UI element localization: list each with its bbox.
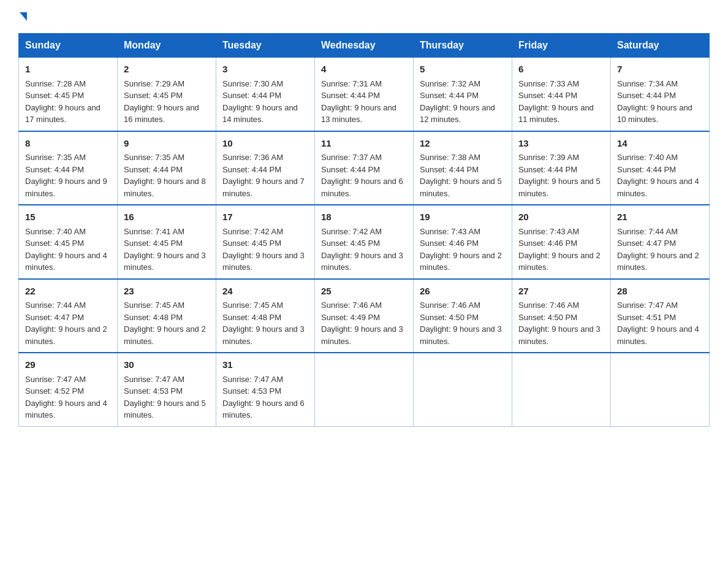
- day-number: 4: [321, 63, 407, 77]
- calendar-cell: 8Sunrise: 7:35 AMSunset: 4:44 PMDaylight…: [19, 131, 118, 205]
- calendar-week-1: 1Sunrise: 7:28 AMSunset: 4:45 PMDaylight…: [19, 58, 710, 131]
- calendar-cell: 29Sunrise: 7:47 AMSunset: 4:52 PMDayligh…: [19, 353, 118, 426]
- col-saturday: Saturday: [611, 34, 710, 58]
- calendar-cell: [512, 353, 611, 426]
- day-number: 10: [222, 137, 308, 151]
- day-number: 12: [420, 137, 506, 151]
- calendar-cell: 16Sunrise: 7:41 AMSunset: 4:45 PMDayligh…: [118, 205, 216, 279]
- calendar-cell: 28Sunrise: 7:47 AMSunset: 4:51 PMDayligh…: [611, 279, 710, 353]
- calendar-header: Sunday Monday Tuesday Wednesday Thursday…: [19, 34, 710, 58]
- calendar-body: 1Sunrise: 7:28 AMSunset: 4:45 PMDaylight…: [19, 58, 710, 427]
- day-number: 25: [321, 285, 407, 299]
- calendar-cell: 6Sunrise: 7:33 AMSunset: 4:44 PMDaylight…: [512, 58, 611, 131]
- day-number: 14: [617, 137, 703, 151]
- day-number: 28: [617, 285, 703, 299]
- day-number: 23: [124, 285, 210, 299]
- col-wednesday: Wednesday: [315, 34, 414, 58]
- calendar-cell: 19Sunrise: 7:43 AMSunset: 4:46 PMDayligh…: [414, 205, 512, 279]
- calendar-cell: 21Sunrise: 7:44 AMSunset: 4:47 PMDayligh…: [611, 205, 710, 279]
- day-number: 8: [25, 137, 111, 151]
- day-number: 5: [420, 63, 506, 77]
- logo-arrow-icon: [20, 12, 27, 21]
- col-thursday: Thursday: [414, 34, 512, 58]
- calendar-cell: 5Sunrise: 7:32 AMSunset: 4:44 PMDaylight…: [414, 58, 512, 131]
- day-number: 9: [124, 137, 210, 151]
- calendar-cell: 7Sunrise: 7:34 AMSunset: 4:44 PMDaylight…: [611, 58, 710, 131]
- day-number: 17: [222, 210, 308, 224]
- calendar-cell: [414, 353, 512, 426]
- day-number: 16: [124, 210, 210, 224]
- day-number: 19: [420, 210, 506, 224]
- calendar-cell: 4Sunrise: 7:31 AMSunset: 4:44 PMDaylight…: [315, 58, 414, 131]
- day-number: 11: [321, 137, 407, 151]
- day-number: 2: [124, 63, 210, 77]
- day-number: 6: [518, 63, 604, 77]
- logo: [18, 12, 27, 21]
- calendar-cell: 10Sunrise: 7:36 AMSunset: 4:44 PMDayligh…: [216, 131, 315, 205]
- calendar-cell: 3Sunrise: 7:30 AMSunset: 4:44 PMDaylight…: [216, 58, 315, 131]
- calendar-cell: [315, 353, 414, 426]
- calendar-cell: 1Sunrise: 7:28 AMSunset: 4:45 PMDaylight…: [19, 58, 118, 131]
- calendar-cell: 13Sunrise: 7:39 AMSunset: 4:44 PMDayligh…: [512, 131, 611, 205]
- day-number: 31: [222, 358, 308, 372]
- day-number: 1: [25, 63, 111, 77]
- day-number: 3: [222, 63, 308, 77]
- calendar-cell: 9Sunrise: 7:35 AMSunset: 4:44 PMDaylight…: [118, 131, 216, 205]
- calendar-cell: 15Sunrise: 7:40 AMSunset: 4:45 PMDayligh…: [19, 205, 118, 279]
- calendar-week-3: 15Sunrise: 7:40 AMSunset: 4:45 PMDayligh…: [19, 205, 710, 279]
- col-tuesday: Tuesday: [216, 34, 315, 58]
- calendar-cell: 31Sunrise: 7:47 AMSunset: 4:53 PMDayligh…: [216, 353, 315, 426]
- calendar-cell: 22Sunrise: 7:44 AMSunset: 4:47 PMDayligh…: [19, 279, 118, 353]
- day-number: 21: [617, 210, 703, 224]
- day-number: 24: [222, 285, 308, 299]
- calendar-cell: 26Sunrise: 7:46 AMSunset: 4:50 PMDayligh…: [414, 279, 512, 353]
- day-number: 20: [518, 210, 604, 224]
- day-number: 7: [617, 63, 703, 77]
- calendar-cell: 20Sunrise: 7:43 AMSunset: 4:46 PMDayligh…: [512, 205, 611, 279]
- page-header: [18, 12, 710, 21]
- calendar-cell: 11Sunrise: 7:37 AMSunset: 4:44 PMDayligh…: [315, 131, 414, 205]
- calendar-cell: 27Sunrise: 7:46 AMSunset: 4:50 PMDayligh…: [512, 279, 611, 353]
- calendar-cell: 2Sunrise: 7:29 AMSunset: 4:45 PMDaylight…: [118, 58, 216, 131]
- day-number: 30: [124, 358, 210, 372]
- calendar-table: Sunday Monday Tuesday Wednesday Thursday…: [18, 33, 710, 427]
- calendar-cell: 23Sunrise: 7:45 AMSunset: 4:48 PMDayligh…: [118, 279, 216, 353]
- calendar-cell: 14Sunrise: 7:40 AMSunset: 4:44 PMDayligh…: [611, 131, 710, 205]
- calendar-cell: 25Sunrise: 7:46 AMSunset: 4:49 PMDayligh…: [315, 279, 414, 353]
- col-friday: Friday: [512, 34, 611, 58]
- day-number: 27: [518, 285, 604, 299]
- header-row: Sunday Monday Tuesday Wednesday Thursday…: [19, 34, 710, 58]
- calendar-cell: 18Sunrise: 7:42 AMSunset: 4:45 PMDayligh…: [315, 205, 414, 279]
- logo-line1: [18, 12, 27, 21]
- day-number: 29: [25, 358, 111, 372]
- col-monday: Monday: [118, 34, 216, 58]
- calendar-cell: [611, 353, 710, 426]
- day-number: 18: [321, 210, 407, 224]
- calendar-cell: 30Sunrise: 7:47 AMSunset: 4:53 PMDayligh…: [118, 353, 216, 426]
- calendar-cell: 24Sunrise: 7:45 AMSunset: 4:48 PMDayligh…: [216, 279, 315, 353]
- day-number: 15: [25, 210, 111, 224]
- day-number: 26: [420, 285, 506, 299]
- calendar-week-5: 29Sunrise: 7:47 AMSunset: 4:52 PMDayligh…: [19, 353, 710, 426]
- calendar-week-2: 8Sunrise: 7:35 AMSunset: 4:44 PMDaylight…: [19, 131, 710, 205]
- calendar-week-4: 22Sunrise: 7:44 AMSunset: 4:47 PMDayligh…: [19, 279, 710, 353]
- day-number: 22: [25, 285, 111, 299]
- calendar-cell: 12Sunrise: 7:38 AMSunset: 4:44 PMDayligh…: [414, 131, 512, 205]
- calendar-cell: 17Sunrise: 7:42 AMSunset: 4:45 PMDayligh…: [216, 205, 315, 279]
- col-sunday: Sunday: [19, 34, 118, 58]
- day-number: 13: [518, 137, 604, 151]
